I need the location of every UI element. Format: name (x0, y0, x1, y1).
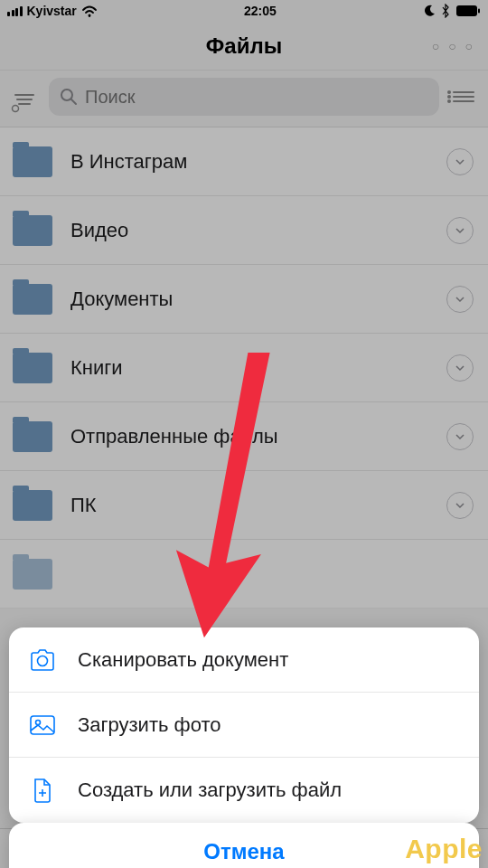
file-plus-icon (29, 778, 56, 802)
action-upload-photo[interactable]: Загрузить фото (9, 693, 479, 758)
image-icon (29, 713, 56, 737)
svg-point-8 (36, 720, 41, 724)
svg-point-6 (38, 656, 48, 665)
cancel-button[interactable]: Отмена (9, 823, 479, 868)
action-label: Создать или загрузить файл (78, 778, 342, 802)
camera-icon (29, 648, 56, 672)
action-scan[interactable]: Сканировать документ (9, 627, 479, 693)
action-create-upload[interactable]: Создать или загрузить файл (9, 758, 479, 823)
action-label: Сканировать документ (78, 648, 288, 672)
svg-rect-7 (31, 716, 54, 734)
action-sheet: Сканировать документ Загрузить фото Созд… (9, 627, 479, 823)
action-label: Загрузить фото (78, 713, 221, 737)
